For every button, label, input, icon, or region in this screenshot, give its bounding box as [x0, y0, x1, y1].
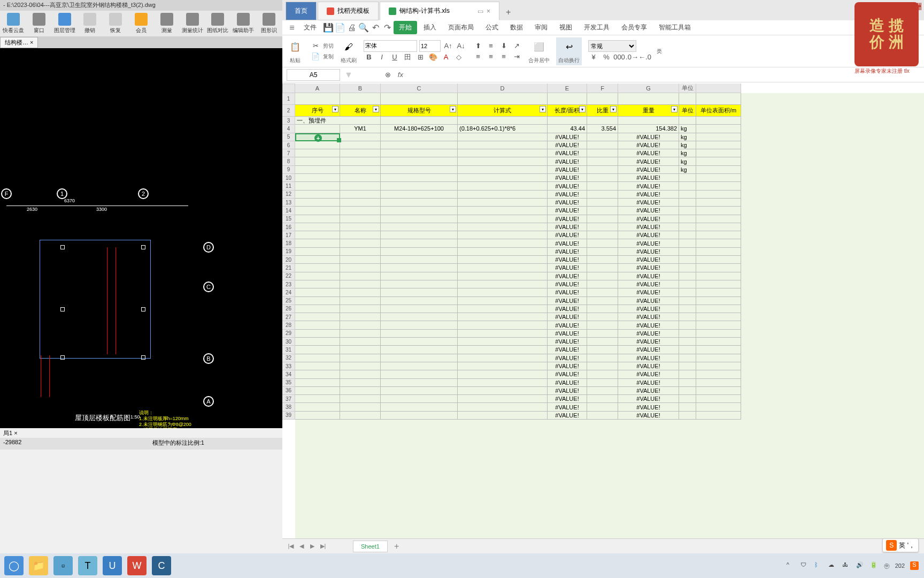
header-cell[interactable]: 长度/面积▾ — [548, 105, 587, 117]
cell[interactable] — [381, 223, 458, 231]
taskbar-app-cad[interactable]: C — [152, 556, 171, 575]
cell[interactable] — [381, 207, 458, 215]
cell[interactable]: #VALUE! — [618, 338, 679, 346]
row-header[interactable]: 31 — [282, 346, 295, 354]
cell[interactable] — [679, 215, 696, 223]
cell[interactable] — [340, 231, 381, 239]
cell[interactable] — [587, 288, 618, 296]
cell[interactable] — [295, 248, 340, 256]
row-header[interactable]: 30 — [282, 338, 295, 346]
header-cell[interactable]: 序号▾ — [295, 105, 340, 117]
cad-tool-vip[interactable]: 会员 — [129, 12, 153, 35]
cell[interactable] — [340, 305, 381, 313]
cell[interactable]: #VALUE! — [618, 313, 679, 321]
row-header[interactable]: 10 — [282, 174, 295, 182]
cell[interactable] — [458, 207, 548, 215]
cell[interactable]: #VALUE! — [618, 288, 679, 296]
cell[interactable] — [295, 166, 340, 174]
cell[interactable] — [679, 297, 696, 305]
cell[interactable] — [696, 125, 741, 133]
cell[interactable] — [458, 370, 548, 378]
cancel-formula-icon[interactable]: ⊗ — [383, 70, 394, 80]
tray-sogou-icon[interactable]: S — [910, 561, 919, 570]
cell[interactable] — [381, 141, 458, 149]
cell[interactable] — [679, 338, 696, 346]
cell[interactable] — [587, 330, 618, 338]
cell[interactable] — [587, 395, 618, 403]
cell[interactable] — [295, 288, 340, 296]
cell[interactable] — [587, 297, 618, 305]
wps-tab-home[interactable]: 首页 — [286, 2, 317, 20]
select-all-corner[interactable] — [282, 83, 295, 93]
cell[interactable] — [381, 379, 458, 387]
cell[interactable] — [679, 346, 696, 354]
row-header[interactable]: 6 — [282, 141, 295, 149]
col-header[interactable]: G — [618, 83, 679, 93]
bold-icon[interactable]: B — [364, 52, 374, 63]
cell[interactable] — [458, 354, 548, 362]
decimal-dec-icon[interactable]: ←.0 — [640, 52, 650, 63]
undo-icon[interactable]: ↶ — [370, 22, 381, 33]
cell[interactable] — [696, 231, 741, 239]
cell[interactable] — [696, 149, 741, 157]
row-header[interactable]: 19 — [282, 248, 295, 256]
cell[interactable] — [381, 117, 458, 125]
cell[interactable] — [679, 313, 696, 321]
row-header[interactable]: 24 — [282, 288, 295, 296]
cad-drawing-canvas[interactable]: F 1 2 D C B A 2630 6370 3300 — [0, 48, 282, 428]
cell[interactable] — [340, 272, 381, 280]
align-left-icon[interactable]: ≡ — [473, 51, 483, 62]
cell[interactable] — [381, 338, 458, 346]
cell[interactable] — [679, 93, 696, 105]
cell[interactable]: #VALUE! — [548, 297, 587, 305]
cell[interactable] — [696, 207, 741, 215]
cell[interactable]: #VALUE! — [548, 338, 587, 346]
cell[interactable] — [340, 207, 381, 215]
cell[interactable] — [295, 157, 340, 165]
cell[interactable] — [696, 387, 741, 395]
cell[interactable]: #VALUE! — [548, 288, 587, 296]
cell[interactable] — [679, 117, 696, 125]
cell[interactable]: #VALUE! — [618, 305, 679, 313]
cell[interactable] — [340, 248, 381, 256]
cell[interactable]: #VALUE! — [548, 191, 587, 199]
cell[interactable]: #VALUE! — [618, 330, 679, 338]
cell[interactable] — [340, 174, 381, 182]
format-painter-button[interactable]: 🖌 — [340, 39, 357, 56]
cell[interactable]: #VALUE! — [548, 305, 587, 313]
row-header[interactable]: 9 — [282, 166, 295, 174]
cell[interactable] — [458, 149, 548, 157]
align-top-icon[interactable]: ⬆ — [473, 41, 483, 51]
col-header[interactable]: 单位 — [679, 83, 696, 93]
tab-menu-icon[interactable]: ▭ — [478, 7, 483, 15]
cell[interactable] — [340, 313, 381, 321]
cell[interactable]: (0.18+0.625+0.1)*8*6 — [458, 125, 548, 133]
cell[interactable] — [340, 321, 381, 329]
cell[interactable] — [458, 117, 548, 125]
cell[interactable] — [679, 207, 696, 215]
cell[interactable] — [295, 362, 340, 370]
row-header[interactable]: 3 — [282, 117, 295, 125]
cell[interactable]: #VALUE! — [548, 362, 587, 370]
cell[interactable] — [696, 330, 741, 338]
cell[interactable] — [381, 191, 458, 199]
print-icon[interactable]: 🖨 — [346, 22, 357, 33]
font-size-select[interactable] — [419, 40, 441, 52]
row-header[interactable]: 20 — [282, 256, 295, 264]
cell[interactable] — [458, 321, 548, 329]
cell[interactable]: #VALUE! — [548, 207, 587, 215]
cell[interactable]: #VALUE! — [618, 346, 679, 354]
cell[interactable] — [381, 313, 458, 321]
filter-icon[interactable]: ▾ — [671, 106, 677, 112]
cell[interactable] — [381, 231, 458, 239]
cell[interactable]: #VALUE! — [548, 157, 587, 165]
cell[interactable] — [696, 288, 741, 296]
row-header[interactable]: 2 — [282, 105, 295, 117]
cell[interactable] — [679, 379, 696, 387]
number-format-select[interactable]: 常规 — [588, 40, 636, 52]
col-header[interactable]: B — [340, 83, 381, 93]
cell[interactable] — [587, 215, 618, 223]
menu-file[interactable]: 文件 — [298, 21, 322, 34]
cell[interactable] — [458, 141, 548, 149]
indent-icon[interactable]: ⇥ — [511, 51, 522, 62]
